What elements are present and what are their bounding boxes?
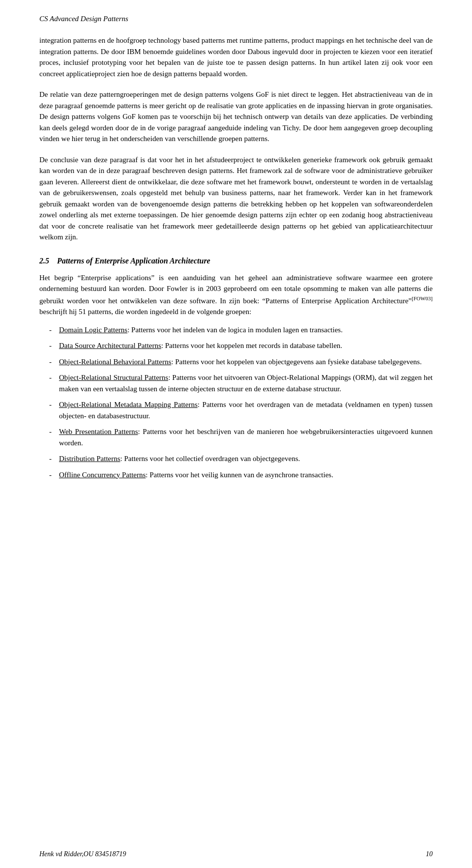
pattern-term: Object-Relational Structural Patterns xyxy=(59,374,168,381)
pattern-description: : Patterns voor het koppelen met records… xyxy=(161,342,342,349)
pattern-term: Data Source Architectural Patterns xyxy=(59,342,161,349)
paragraph-1: De relatie van deze patterngroeperingen … xyxy=(39,89,433,145)
intro-paragraph: integration patterns en de hoofgroep tec… xyxy=(39,35,433,79)
pattern-term: Domain Logic Patterns xyxy=(59,326,127,334)
list-item: Domain Logic Patterns: Patterns voor het… xyxy=(49,324,433,336)
section-heading-text: Patterns of Enterprise Application Archi… xyxy=(57,257,210,265)
pattern-term: Offline Concurrency Patterns xyxy=(59,471,146,479)
pattern-list: Domain Logic Patterns: Patterns voor het… xyxy=(49,324,433,481)
page-footer: Henk vd Ridder,OU 834518719 10 xyxy=(39,850,433,858)
pattern-term: Distribution Patterns xyxy=(59,455,120,463)
section-p1-cont: beschrijft hij 51 patterns, die worden i… xyxy=(39,308,251,316)
page-header: CS Advanced Design Patterns xyxy=(39,15,433,23)
list-item: Distribution Patterns: Patterns voor het… xyxy=(49,453,433,464)
list-item: Web Presentation Patterns: Patterns voor… xyxy=(49,426,433,448)
list-item: Data Source Architectural Patterns: Patt… xyxy=(49,340,433,351)
list-item: Object-Relational Metadata Mapping Patte… xyxy=(49,399,433,421)
pattern-term: Object-Relational Behavioral Patterns xyxy=(59,358,171,366)
page-container: CS Advanced Design Patterns integration … xyxy=(0,0,472,868)
pattern-term: Object-Relational Metadata Mapping Patte… xyxy=(59,401,198,408)
section-paragraph-1: Het begrip “Enterprise applications” is … xyxy=(39,272,433,318)
footer-author: Henk vd Ridder,OU 834518719 xyxy=(39,850,126,858)
section-p1-text: Het begrip “Enterprise applications” is … xyxy=(39,274,433,305)
pattern-description: : Patterns voor het veilig kunnen van de… xyxy=(146,471,333,479)
pattern-description: : Patterns voor het indelen van de logic… xyxy=(127,326,343,334)
footer-page-number: 10 xyxy=(426,850,433,858)
list-item: Object-Relational Structural Patterns: P… xyxy=(49,372,433,394)
header-title: CS Advanced Design Patterns xyxy=(39,15,128,23)
list-item: Offline Concurrency Patterns: Patterns v… xyxy=(49,469,433,481)
section-number: 2.5 xyxy=(39,257,49,265)
list-item: Object-Relational Behavioral Patterns: P… xyxy=(49,356,433,368)
pattern-term: Web Presentation Patterns xyxy=(59,428,138,435)
pattern-description: : Patterns voor het koppelen van objectg… xyxy=(171,358,421,366)
pattern-description: : Patterns voor het collectief overdrage… xyxy=(120,455,300,463)
section-heading: 2.5 Patterns of Enterprise Application A… xyxy=(39,257,433,265)
paragraph-2: De conclusie van deze paragraaf is dat v… xyxy=(39,154,433,243)
footnote-ref: [FOW03] xyxy=(412,295,433,301)
